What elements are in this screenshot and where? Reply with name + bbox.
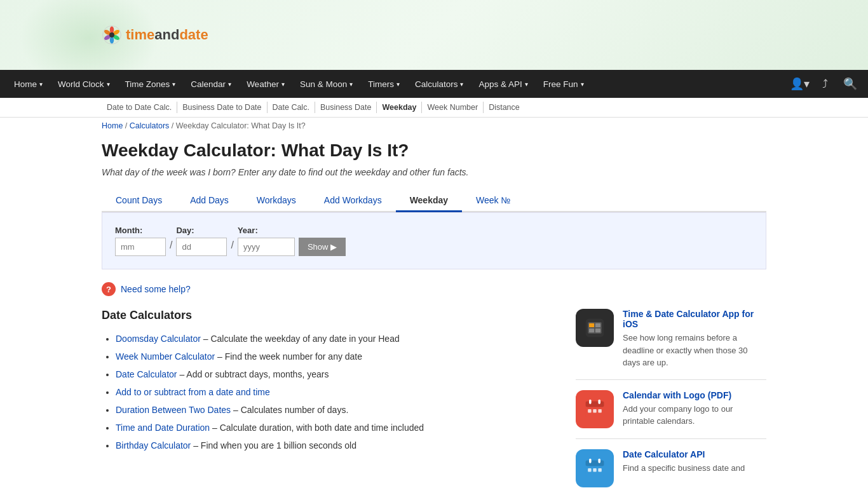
tab-week-number[interactable]: Week № <box>462 190 524 211</box>
month-input[interactable] <box>115 238 166 256</box>
list-item: Doomsday Calculator – Calculate the week… <box>116 330 557 348</box>
nav-calculators-arrow: ▾ <box>460 81 463 88</box>
nav-calendar[interactable]: Calendar▾ <box>183 70 239 98</box>
sub-nav-week-number[interactable]: Week Number <box>422 102 484 113</box>
svg-rect-13 <box>595 329 600 332</box>
sub-nav-business-date-to-date[interactable]: Business Date to Date <box>177 102 267 113</box>
weekday-form: Month: / Day: / Year: Show ▶ <box>102 212 766 269</box>
nav-timezones-arrow: ▾ <box>172 81 175 88</box>
tab-weekday[interactable]: Weekday <box>396 190 462 212</box>
sub-nav-date-calc[interactable]: Date Calc. <box>268 102 315 113</box>
svg-rect-23 <box>589 458 592 463</box>
nav-sunmoon-arrow: ▾ <box>349 81 353 88</box>
user-icon-button[interactable]: 👤▾ <box>788 72 811 95</box>
help-link[interactable]: Need some help? <box>121 284 191 294</box>
calendar-pdf-title[interactable]: Calendar with Logo (PDF) <box>623 390 766 400</box>
svg-rect-18 <box>588 409 591 412</box>
date-calc-api-body: Date Calculator API Find a specific busi… <box>623 449 745 487</box>
form-row: Month: / Day: / Year: Show ▶ <box>115 226 753 256</box>
list-item: Week Number Calculator – Find the week n… <box>116 348 557 365</box>
calendar-pdf-icon <box>576 390 614 428</box>
right-column: Time & Date Calculator App for iOS See h… <box>576 309 766 488</box>
logo-text: timeanddate <box>126 27 208 43</box>
nav-appsapi-arrow: ▾ <box>525 81 528 88</box>
nav-time-zones[interactable]: Time Zones▾ <box>118 70 184 98</box>
list-item: Duration Between Two Dates – Calculates … <box>116 401 557 419</box>
svg-rect-16 <box>589 399 592 403</box>
sub-nav-distance[interactable]: Distance <box>484 102 525 113</box>
calc-link-time-date-duration[interactable]: Time and Date Duration <box>116 423 210 433</box>
calc-link-duration[interactable]: Duration Between Two Dates <box>116 405 231 415</box>
calc-desc-week-number: – Find the week number for any date <box>215 351 362 362</box>
calc-desc-doomsday: – Calculate the weekday of any date in y… <box>201 334 400 344</box>
sub-nav-weekday[interactable]: Weekday <box>377 102 422 113</box>
nav-world-clock[interactable]: World Clock▾ <box>50 70 118 98</box>
show-button[interactable]: Show ▶ <box>299 238 346 256</box>
calc-link-birthday[interactable]: Birthday Calculator <box>116 440 191 451</box>
nav-sun-moon[interactable]: Sun & Moon▾ <box>292 70 360 98</box>
year-input[interactable] <box>238 238 295 256</box>
calendar-pdf-desc: Add your company logo to our printable c… <box>623 403 766 428</box>
nav-freefun-arrow: ▾ <box>581 81 584 88</box>
nav-weather[interactable]: Weather▾ <box>239 70 292 98</box>
ios-app-title[interactable]: Time & Date Calculator App for iOS <box>623 309 766 329</box>
date-calc-api-title[interactable]: Date Calculator API <box>623 449 745 459</box>
site-logo[interactable]: timeanddate <box>102 25 208 45</box>
svg-rect-11 <box>595 323 600 327</box>
calc-desc-birthday: – Find when you are 1 billion seconds ol… <box>191 440 356 451</box>
nav-apps-api[interactable]: Apps & API▾ <box>471 70 535 98</box>
svg-rect-24 <box>598 458 600 463</box>
breadcrumb-home[interactable]: Home <box>102 121 123 130</box>
nav-free-fun[interactable]: Free Fun▾ <box>536 70 592 98</box>
svg-point-1 <box>110 26 114 33</box>
calc-list: Doomsday Calculator – Calculate the week… <box>102 330 557 454</box>
nav-worldclock-arrow: ▾ <box>107 81 110 88</box>
main-nav: Home▾ World Clock▾ Time Zones▾ Calendar▾… <box>0 70 868 98</box>
tab-add-days[interactable]: Add Days <box>176 190 243 211</box>
calc-desc-time-date-duration: – Calculate duration, with both date and… <box>210 423 424 433</box>
calc-link-week-number[interactable]: Week Number Calculator <box>116 351 215 362</box>
svg-point-7 <box>109 32 114 37</box>
nav-calculators[interactable]: Calculators▾ <box>407 70 471 98</box>
month-label: Month: <box>115 226 166 235</box>
breadcrumb-calculators[interactable]: Calculators <box>130 121 170 130</box>
help-icon: ? <box>102 282 116 296</box>
share-icon-button[interactable]: ⤴ <box>813 72 836 95</box>
site-header-bg: timeanddate <box>0 0 868 70</box>
calc-link-doomsday[interactable]: Doomsday Calculator <box>116 334 201 344</box>
day-label: Day: <box>176 226 227 235</box>
tab-add-workdays[interactable]: Add Workdays <box>310 190 396 211</box>
page-subtitle: What day of the week was I born? Enter a… <box>102 167 766 177</box>
svg-rect-12 <box>589 329 594 332</box>
sub-nav-date-to-date[interactable]: Date to Date Calc. <box>102 102 177 113</box>
calc-link-add-subtract[interactable]: Add to or subtract from a date and time <box>116 387 270 397</box>
year-label: Year: <box>238 226 295 235</box>
two-column-layout: Date Calculators Doomsday Calculator – C… <box>102 309 766 488</box>
sep-day-year: / <box>231 240 233 256</box>
tab-workdays[interactable]: Workdays <box>243 190 310 211</box>
calendar-pdf-body: Calendar with Logo (PDF) Add your compan… <box>623 390 766 428</box>
date-calc-api-desc: Find a specific business date and <box>623 462 745 475</box>
year-group: Year: <box>238 226 295 256</box>
day-input[interactable] <box>176 238 227 256</box>
search-icon-button[interactable]: 🔍 <box>839 72 862 95</box>
nav-home[interactable]: Home▾ <box>6 70 50 98</box>
ios-app-icon <box>576 309 614 347</box>
calc-desc-date-calc: – Add or subtract days, months, years <box>177 369 329 379</box>
nav-timers-arrow: ▾ <box>397 81 400 88</box>
calc-desc-duration: – Calculates number of days. <box>231 405 348 415</box>
nav-right-icons: 👤▾ ⤴ 🔍 <box>788 72 862 95</box>
nav-timers[interactable]: Timers▾ <box>360 70 407 98</box>
list-item: Date Calculator – Add or subtract days, … <box>116 365 557 383</box>
help-section: ? Need some help? <box>102 282 766 296</box>
month-group: Month: <box>115 226 166 256</box>
svg-rect-27 <box>598 468 601 471</box>
tab-count-days[interactable]: Count Days <box>102 190 176 211</box>
sub-nav: Date to Date Calc. Business Date to Date… <box>0 98 868 118</box>
sub-nav-business-date[interactable]: Business Date <box>315 102 377 113</box>
svg-rect-10 <box>589 323 594 327</box>
calc-link-date-calc[interactable]: Date Calculator <box>116 369 177 379</box>
ios-app-body: Time & Date Calculator App for iOS See h… <box>623 309 766 369</box>
date-calculators-title: Date Calculators <box>102 309 557 322</box>
svg-rect-25 <box>588 468 591 471</box>
